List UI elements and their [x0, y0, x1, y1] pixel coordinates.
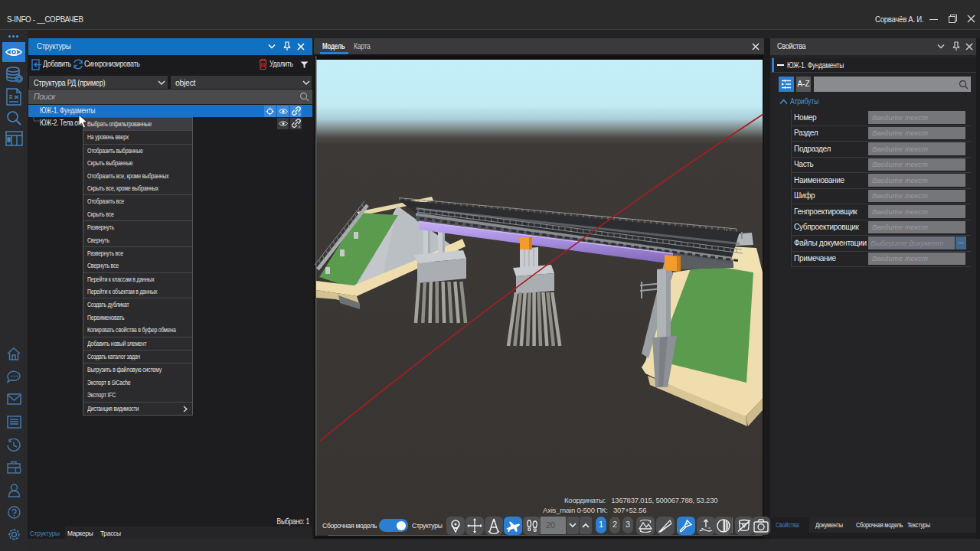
svg-text:0: 0: [299, 112, 301, 116]
svg-text:0: 0: [299, 125, 301, 128]
